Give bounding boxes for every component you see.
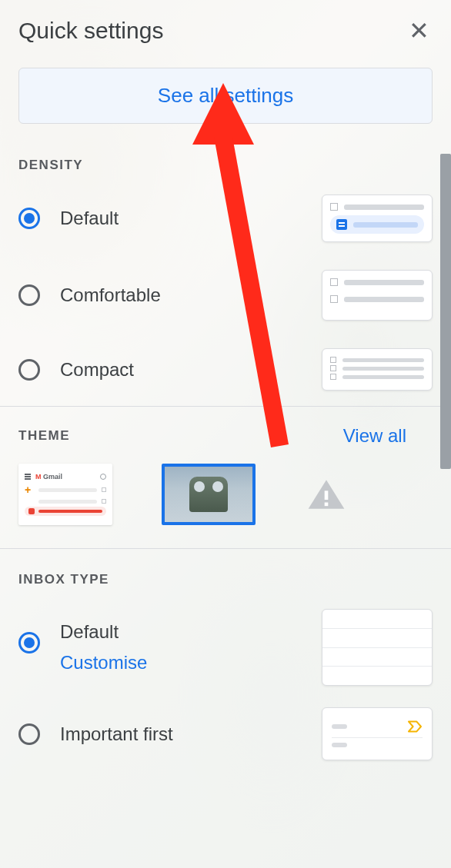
density-preview-default <box>322 195 433 242</box>
inbox-type-label: Important first <box>60 723 173 745</box>
theme-view-all-link[interactable]: View all <box>343 425 406 447</box>
search-icon <box>100 474 106 480</box>
message-icon <box>336 219 347 230</box>
header: Quick settings ✕ <box>18 15 433 46</box>
inbox-type-label: Default <box>60 621 147 643</box>
inbox-type-preview-important <box>322 707 433 760</box>
radio-icon <box>18 723 40 745</box>
inbox-type-option-default[interactable]: Default Customise <box>18 609 433 686</box>
see-all-settings-button[interactable]: See all settings <box>18 68 433 124</box>
svg-rect-0 <box>325 491 329 500</box>
density-heading: DENSITY <box>18 158 433 173</box>
svg-rect-1 <box>325 503 329 507</box>
divider <box>0 406 451 407</box>
radio-icon <box>18 208 40 229</box>
scrollbar-thumb[interactable] <box>440 154 451 469</box>
density-option-comfortable[interactable]: Comfortable <box>18 270 433 321</box>
radio-icon <box>18 632 40 653</box>
plus-icon: + <box>25 484 34 496</box>
menu-icon <box>25 474 31 480</box>
radio-icon <box>18 284 40 306</box>
density-preview-comfortable <box>322 270 433 321</box>
close-icon: ✕ <box>409 17 429 45</box>
density-label: Comfortable <box>60 284 161 306</box>
density-label: Default <box>60 208 119 229</box>
density-option-default[interactable]: Default <box>18 195 433 242</box>
density-preview-compact <box>322 348 433 391</box>
inbox-icon <box>28 508 35 514</box>
theme-option-selected[interactable] <box>162 464 256 525</box>
quick-settings-panel: Quick settings ✕ See all settings DENSIT… <box>0 0 451 868</box>
inbox-type-preview-default <box>322 609 433 686</box>
radio-icon <box>18 359 40 381</box>
theme-image-icon <box>189 477 228 512</box>
close-button[interactable]: ✕ <box>406 15 433 46</box>
divider <box>0 548 451 549</box>
customise-link[interactable]: Customise <box>60 652 147 673</box>
theme-thumbnails: M Gmail + <box>18 464 433 525</box>
panel-title: Quick settings <box>18 18 163 44</box>
scrollbar[interactable] <box>440 154 451 469</box>
theme-option-placeholder[interactable] <box>305 476 348 513</box>
theme-option-light[interactable]: M Gmail + <box>18 464 112 525</box>
inbox-type-heading: INBOX TYPE <box>18 572 433 587</box>
inbox-type-option-important-first[interactable]: Important first <box>18 707 433 760</box>
density-option-compact[interactable]: Compact <box>18 348 433 391</box>
theme-heading: THEME <box>18 428 70 444</box>
important-marker-icon <box>407 720 423 733</box>
warning-icon <box>305 476 348 513</box>
density-label: Compact <box>60 359 134 381</box>
gmail-logo-icon: M Gmail <box>35 473 62 481</box>
